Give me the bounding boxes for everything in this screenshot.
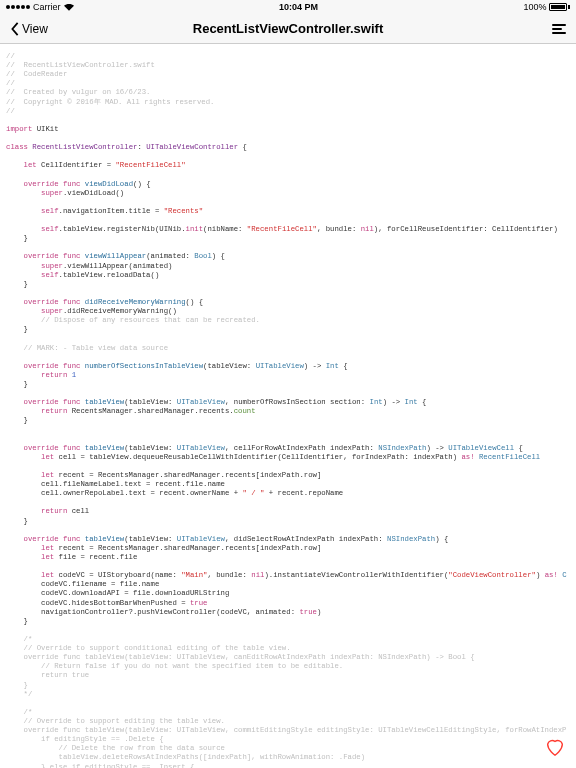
t: } bbox=[24, 517, 28, 525]
t: codeVC.downloadAPI = file.downloadURLStr… bbox=[41, 589, 229, 597]
status-time: 10:04 PM bbox=[279, 2, 318, 12]
comment: */ bbox=[24, 690, 33, 698]
prop: count bbox=[234, 407, 256, 415]
self: self bbox=[41, 271, 59, 279]
kw: override bbox=[24, 298, 59, 306]
code-line: // CodeReader bbox=[6, 70, 67, 78]
str: "RecentFileCell" bbox=[115, 161, 185, 169]
type: Bool bbox=[194, 252, 212, 260]
kw: init bbox=[186, 225, 204, 233]
t: .didReceiveMemoryWarning() bbox=[63, 307, 177, 315]
signal-icon bbox=[6, 5, 30, 9]
t: (animated: bbox=[146, 252, 194, 260]
kw: func bbox=[63, 362, 81, 370]
code-viewer[interactable]: // // RecentListViewController.swift // … bbox=[0, 44, 576, 768]
wifi-icon bbox=[64, 3, 74, 11]
type: RecentFileCell bbox=[475, 453, 541, 461]
comment: /* bbox=[24, 708, 33, 716]
t: codeVC = UIStoryboard(name: bbox=[54, 571, 181, 579]
t: { bbox=[238, 143, 247, 151]
comment: return true bbox=[24, 671, 90, 679]
kw: let bbox=[24, 161, 37, 169]
comment: // Return false if you do not want the s… bbox=[24, 662, 344, 670]
kw: override bbox=[24, 535, 59, 543]
comment: override func tableView(tableView: UITab… bbox=[24, 726, 567, 734]
menu-button[interactable] bbox=[552, 24, 566, 34]
back-button[interactable]: View bbox=[10, 22, 48, 36]
t: ), forCellReuseIdentifier: CellIdentifie… bbox=[374, 225, 558, 233]
t: navigationController?.pushViewController… bbox=[41, 608, 299, 616]
t: codeVC.hidesBottomBarWhenPushed = bbox=[41, 599, 190, 607]
kw: let bbox=[41, 544, 54, 552]
kw: func bbox=[63, 252, 81, 260]
kw: import bbox=[6, 125, 32, 133]
t: , bundle: bbox=[207, 571, 251, 579]
t: ) -> bbox=[383, 398, 405, 406]
t: recent = RecentsManager.sharedManager.re… bbox=[54, 471, 321, 479]
comment: // MARK: - Table view data source bbox=[24, 344, 169, 352]
type: C bbox=[558, 571, 567, 579]
type: Int bbox=[405, 398, 418, 406]
kw: func bbox=[63, 298, 81, 306]
t: , bundle: bbox=[317, 225, 361, 233]
kw: override bbox=[24, 362, 59, 370]
t: (nibName: bbox=[203, 225, 247, 233]
t: ) bbox=[536, 571, 545, 579]
code-line: // bbox=[6, 79, 15, 87]
id: UIKit bbox=[37, 125, 59, 133]
t: RecentsManager.sharedManager.recents. bbox=[67, 407, 233, 415]
type: UITableView bbox=[256, 362, 304, 370]
kw: func bbox=[63, 180, 81, 188]
t: : bbox=[137, 143, 146, 151]
num: 1 bbox=[67, 371, 76, 379]
kw: override bbox=[24, 180, 59, 188]
fn: viewWillAppear bbox=[85, 252, 146, 260]
t: , bbox=[225, 398, 234, 406]
nav-bar: View RecentListViewController.swift bbox=[0, 14, 576, 44]
kw: let bbox=[41, 553, 54, 561]
t: } bbox=[24, 280, 28, 288]
self: super bbox=[41, 262, 63, 270]
comment: } bbox=[24, 681, 28, 689]
kw: true bbox=[299, 608, 317, 616]
kw: func bbox=[63, 398, 81, 406]
t: cell.ownerRepoLabel.text = recent.ownerN… bbox=[41, 489, 242, 497]
t: , bbox=[225, 444, 234, 452]
t: recent = RecentsManager.sharedManager.re… bbox=[54, 544, 321, 552]
kw: func bbox=[63, 444, 81, 452]
kw: func bbox=[63, 535, 81, 543]
kw: return bbox=[41, 507, 67, 515]
heart-icon bbox=[544, 736, 566, 758]
carrier-label: Carrier bbox=[33, 2, 61, 12]
kw: return bbox=[41, 371, 67, 379]
t: .viewWillAppear(animated) bbox=[63, 262, 172, 270]
t: (tableView: bbox=[203, 362, 256, 370]
kw: let bbox=[41, 571, 54, 579]
page-title: RecentListViewController.swift bbox=[0, 21, 576, 36]
t: } bbox=[24, 234, 28, 242]
str: "Recents" bbox=[164, 207, 203, 215]
str: " / " bbox=[242, 489, 264, 497]
kw: override bbox=[24, 444, 59, 452]
kw: return bbox=[41, 407, 67, 415]
t: cell = tableView.dequeueReusableCellWith… bbox=[54, 453, 461, 461]
t: CellIdentifier = bbox=[37, 161, 116, 169]
comment: /* bbox=[24, 635, 33, 643]
code-line: // bbox=[6, 107, 15, 115]
type: UITableView bbox=[177, 398, 225, 406]
type: UITableViewController bbox=[146, 143, 238, 151]
t: () { bbox=[133, 180, 151, 188]
t: codeVC.filename = file.name bbox=[41, 580, 159, 588]
type: Int bbox=[326, 362, 339, 370]
favorite-button[interactable] bbox=[544, 736, 566, 758]
t: didSelectRowAtIndexPath indexPath: bbox=[234, 535, 387, 543]
fn: numberOfSectionsInTableView bbox=[85, 362, 203, 370]
t: numberOfRowsInSection section: bbox=[234, 398, 370, 406]
chevron-left-icon bbox=[10, 22, 20, 36]
fn: didReceiveMemoryWarning bbox=[85, 298, 186, 306]
kw: class bbox=[6, 143, 28, 151]
comment: // Dispose of any resources that can be … bbox=[41, 316, 260, 324]
str: "RecentFileCell" bbox=[247, 225, 317, 233]
t: ) -> bbox=[304, 362, 326, 370]
fn: tableView bbox=[85, 535, 124, 543]
